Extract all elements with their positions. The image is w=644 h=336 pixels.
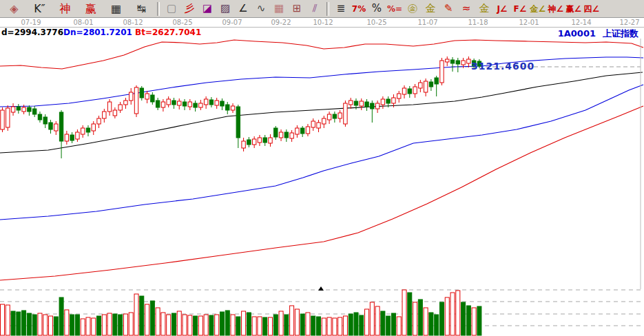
wave-band-icon[interactable]: ≈ (457, 1, 475, 17)
percent-retrace-icon[interactable]: %= (386, 1, 404, 17)
volume-bar (273, 315, 278, 335)
volume-bar (81, 319, 85, 335)
volume-bar (402, 290, 406, 335)
volume-bar (92, 318, 96, 335)
volume-bar (242, 311, 246, 335)
gold-avg-icon[interactable]: 金 (422, 1, 439, 17)
candle-body (300, 128, 304, 134)
volume-bar (338, 317, 342, 335)
indicator-bt-value: Bt=2627.7041 (135, 28, 201, 37)
candle-body (199, 103, 202, 107)
candle-body (65, 134, 68, 141)
date-tick: 08-25 (172, 19, 192, 26)
shen-tool-icon[interactable]: 神 (52, 1, 78, 17)
j-angle-icon[interactable]: J∠ (493, 1, 511, 17)
volume-bar (445, 297, 449, 335)
brush-icon[interactable]: ✎ (439, 1, 457, 17)
candle-body (338, 113, 342, 118)
volume-bar (38, 313, 42, 335)
volume-bar (123, 314, 127, 335)
candle-body (215, 101, 218, 105)
candle-body (167, 99, 170, 105)
candle-body (333, 114, 336, 118)
volume-bar (360, 315, 364, 335)
candle-body (247, 140, 251, 145)
candle-body (172, 101, 176, 105)
price-ladder-icon[interactable]: ≣ (332, 1, 350, 17)
percent-icon[interactable]: % (368, 1, 386, 17)
candle-body (429, 82, 433, 87)
gann-fan-icon[interactable]: 彡 (180, 1, 198, 17)
ying-angle-icon[interactable]: 赢∠ (565, 1, 583, 17)
candle-body (252, 139, 256, 145)
volume-bar (86, 317, 90, 335)
volume-bar (188, 315, 192, 335)
ruler-123-icon[interactable]: ▦ (103, 1, 129, 17)
bar-width-icon[interactable]: ↹ (129, 1, 154, 17)
gold-angle-icon[interactable]: 金∠ (529, 1, 547, 17)
candle-body (290, 133, 293, 138)
grid-tool-icon[interactable]: ▦ (270, 1, 288, 17)
shen-angle-icon[interactable]: 神∠ (547, 1, 565, 17)
volume-bar (306, 313, 310, 335)
volume-bar (327, 317, 331, 335)
grid-arrow-icon[interactable]: ⊞ (288, 1, 306, 17)
candle-body (11, 107, 14, 112)
candle-body (92, 124, 95, 131)
candle-body (365, 102, 368, 107)
volume-bar (435, 315, 439, 335)
trend-fan-icon[interactable]: ∠ (234, 1, 252, 17)
gann-box-icon[interactable]: ▨ (216, 1, 234, 17)
volume-bar (167, 315, 171, 335)
volume-bar (290, 306, 294, 335)
candle-body (392, 98, 395, 103)
candle-body (145, 94, 149, 99)
candle-body (188, 102, 191, 107)
volume-bar (386, 316, 391, 335)
candle-body (22, 107, 25, 112)
candle-body (129, 92, 133, 101)
date-tick: 08-01 (73, 19, 93, 26)
volume-bar (220, 312, 224, 335)
candle-body (317, 123, 320, 128)
candle-body (306, 127, 309, 134)
ying-tool-icon[interactable]: 赢 (78, 1, 103, 17)
rect-select-icon[interactable]: ▢ (163, 1, 180, 17)
candle-body (28, 107, 31, 112)
volume-bar (150, 301, 154, 335)
candle-body (70, 135, 74, 140)
parallel-lines-icon[interactable]: ⫽ (306, 1, 324, 17)
f-angle-icon[interactable]: F∠ (511, 1, 529, 17)
band-line-upper-blue (0, 57, 643, 107)
candle-body (375, 103, 379, 109)
volume-bar (317, 317, 321, 335)
candle-body (440, 61, 444, 83)
date-tick: 12-27 (619, 19, 639, 26)
candle-body (424, 81, 427, 92)
target-grid-icon[interactable]: ◈ (1, 1, 27, 17)
candlestick-chart-canvas[interactable] (0, 38, 644, 336)
candle-body (354, 101, 357, 105)
candle-body (81, 128, 85, 134)
candle-body (284, 132, 288, 138)
candle-body (1, 110, 4, 129)
volume-bar (43, 315, 48, 335)
si-angle-icon[interactable]: 四∠ (583, 1, 601, 17)
volume-bar (236, 317, 240, 335)
band-line-lower-red (0, 106, 643, 280)
date-axis: 07-1908-0108-1208-2509-0709-2210-1210-25… (0, 18, 644, 28)
candle-body (467, 59, 470, 63)
gann-wedge-icon[interactable]: ◪ (198, 1, 216, 17)
indicator-d-value: d=2994.3776 (1, 28, 63, 37)
gold-line-icon[interactable]: 金 (475, 1, 493, 17)
percent-lines-icon[interactable]: 7% (350, 1, 368, 17)
candle-body (103, 112, 106, 118)
candle-body (151, 95, 154, 102)
candle-body (113, 110, 116, 116)
kline-edit-icon[interactable]: K″ (27, 1, 52, 17)
band-line-mid-black (0, 72, 643, 153)
zigzag-icon[interactable]: ∿ (252, 1, 270, 17)
candle-body (381, 99, 384, 105)
gold-circle-icon[interactable]: ㊎ (404, 1, 422, 17)
candle-body (86, 128, 90, 132)
